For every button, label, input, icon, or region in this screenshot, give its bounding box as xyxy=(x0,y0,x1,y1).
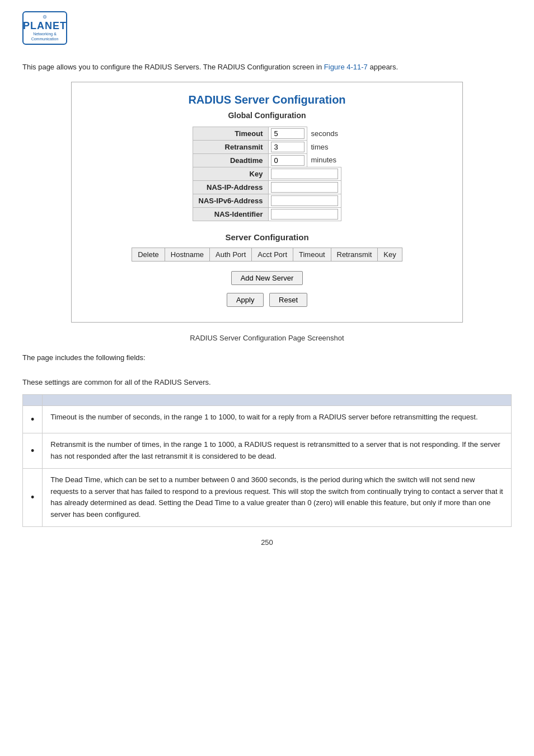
table-row: NAS-IP-Address xyxy=(193,180,341,194)
desc-retransmit-text: Retransmit is the number of times, in th… xyxy=(43,433,512,469)
nas-id-input[interactable] xyxy=(271,209,338,220)
nas-ip-label: NAS-IP-Address xyxy=(193,180,269,194)
nas-ipv6-value-cell xyxy=(269,194,341,207)
desc-row-timeout: • Timeout is the number of seconds, in t… xyxy=(23,405,512,433)
table-row: Retransmit times xyxy=(193,140,341,153)
intro-text-after: appears. xyxy=(368,63,398,71)
config-title: RADIUS Server Configuration xyxy=(88,94,446,106)
retransmit-unit: times xyxy=(307,140,341,153)
page-includes-text: The page includes the following fields: xyxy=(22,353,512,362)
deadtime-unit: minutes xyxy=(307,153,341,167)
key-label: Key xyxy=(193,167,269,180)
config-box: RADIUS Server Configuration Global Confi… xyxy=(71,82,463,323)
logo-sub-text: Networking & Communication xyxy=(26,32,64,41)
page-number: 250 xyxy=(22,538,512,547)
global-section-title: Global Configuration xyxy=(88,111,446,120)
retransmit-value-cell xyxy=(269,140,307,153)
col-acct-port: Acct Port xyxy=(252,248,293,261)
table-row: NAS-Identifier xyxy=(193,207,341,221)
deadtime-label: Deadtime xyxy=(193,153,269,167)
bullet-timeout: • xyxy=(23,405,43,433)
key-input[interactable] xyxy=(271,169,338,179)
add-server-button-row: Add New Server xyxy=(88,269,446,287)
nas-ip-input[interactable] xyxy=(271,182,338,193)
global-config-table: Timeout seconds Retransmit times Deadtim… xyxy=(193,127,342,221)
apply-reset-row: Apply Reset xyxy=(88,291,446,309)
table-row: Deadtime minutes xyxy=(193,153,341,167)
desc-row-deadtime: • The Dead Time, which can be set to a n… xyxy=(23,468,512,526)
key-value-cell xyxy=(269,167,341,180)
bullet-retransmit: • xyxy=(23,433,43,469)
desc-header-content-cell xyxy=(43,394,512,405)
common-settings-text: These settings are common for all of the… xyxy=(22,378,512,386)
col-retransmit: Retransmit xyxy=(331,248,378,261)
config-caption: RADIUS Server Configuration Page Screens… xyxy=(22,334,512,342)
col-hostname: Hostname xyxy=(165,248,209,261)
intro-paragraph: This page allows you to configure the RA… xyxy=(22,62,512,73)
logo-brand-text: PLANET xyxy=(23,20,67,32)
nas-id-label: NAS-Identifier xyxy=(193,207,269,221)
description-table: • Timeout is the number of seconds, in t… xyxy=(22,394,512,528)
intro-text-before: This page allows you to configure the RA… xyxy=(22,63,324,71)
nas-ip-value-cell xyxy=(269,180,341,194)
desc-deadtime-text: The Dead Time, which can be set to a num… xyxy=(43,468,512,526)
desc-row-retransmit: • Retransmit is the number of times, in … xyxy=(23,433,512,469)
timeout-label: Timeout xyxy=(193,127,269,140)
deadtime-value-cell xyxy=(269,153,307,167)
table-row: Key xyxy=(193,167,341,180)
table-row: Timeout seconds xyxy=(193,127,341,140)
figure-link[interactable]: Figure 4-11-7 xyxy=(324,63,368,71)
col-timeout: Timeout xyxy=(293,248,331,261)
server-section-title: Server Configuration xyxy=(88,232,446,242)
retransmit-input[interactable] xyxy=(271,142,305,152)
apply-button[interactable]: Apply xyxy=(227,293,264,307)
nas-ipv6-input[interactable] xyxy=(271,195,338,206)
bullet-deadtime: • xyxy=(23,468,43,526)
nas-ipv6-label: NAS-IPv6-Address xyxy=(193,194,269,207)
desc-header-bullet-cell xyxy=(23,394,43,405)
retransmit-label: Retransmit xyxy=(193,140,269,153)
logo-area: PLANET Networking & Communication xyxy=(22,11,512,45)
server-table-header-row: Delete Hostname Auth Port Acct Port Time… xyxy=(132,248,402,261)
add-new-server-button[interactable]: Add New Server xyxy=(231,271,303,285)
nas-id-value-cell xyxy=(269,207,341,221)
server-config-table: Delete Hostname Auth Port Acct Port Time… xyxy=(132,248,402,262)
deadtime-input[interactable] xyxy=(271,155,305,166)
col-key: Key xyxy=(378,248,402,261)
col-delete: Delete xyxy=(132,248,165,261)
planet-logo-icon xyxy=(36,15,54,19)
timeout-unit: seconds xyxy=(307,127,341,140)
col-auth-port: Auth Port xyxy=(210,248,252,261)
desc-header-row xyxy=(23,394,512,405)
reset-button[interactable]: Reset xyxy=(269,293,307,307)
timeout-value-cell xyxy=(269,127,307,140)
timeout-input[interactable] xyxy=(271,128,305,139)
logo-box: PLANET Networking & Communication xyxy=(22,11,67,45)
table-row: NAS-IPv6-Address xyxy=(193,194,341,207)
desc-timeout-text: Timeout is the number of seconds, in the… xyxy=(43,405,512,433)
